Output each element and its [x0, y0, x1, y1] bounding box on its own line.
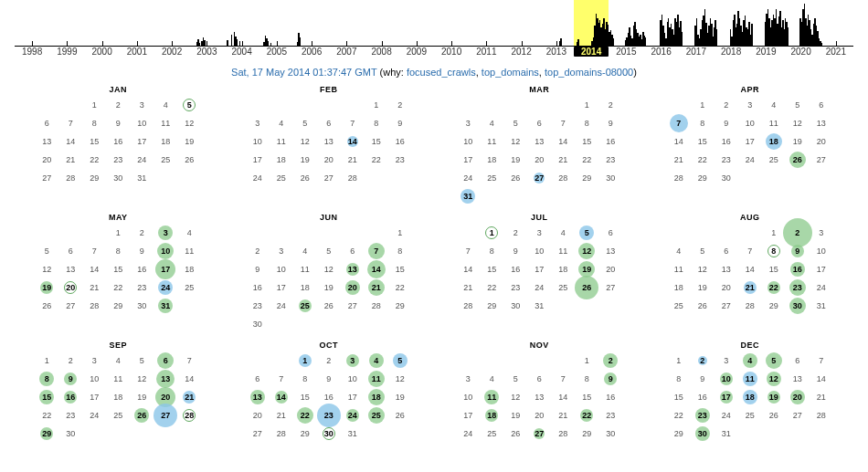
- calendar-day[interactable]: 11: [738, 370, 762, 388]
- year-tick[interactable]: 1998: [15, 47, 49, 57]
- calendar-day[interactable]: 20: [786, 388, 810, 406]
- calendar-day[interactable]: 1: [293, 351, 317, 370]
- calendar-day[interactable]: 7: [667, 114, 691, 132]
- calendar-day[interactable]: 24: [153, 278, 177, 297]
- calendar-day[interactable]: 21: [365, 278, 388, 297]
- calendar-day[interactable]: 25: [365, 406, 388, 425]
- calendar-day[interactable]: 31: [456, 187, 480, 205]
- year-tick[interactable]: 2021: [819, 47, 853, 57]
- calendar-day[interactable]: 23: [317, 406, 341, 425]
- year-tick[interactable]: 2017: [679, 47, 714, 57]
- calendar-day[interactable]: 11: [480, 388, 503, 406]
- calendar-day[interactable]: 5: [575, 224, 598, 242]
- year-tick[interactable]: 2001: [120, 47, 154, 57]
- calendar-day[interactable]: 22: [293, 406, 317, 425]
- year-tick[interactable]: 2007: [329, 47, 364, 57]
- calendar-day[interactable]: 17: [153, 260, 177, 278]
- why-link[interactable]: focused_crawls: [407, 67, 476, 78]
- snapshot-timestamp-link[interactable]: Sat, 17 May 2014 01:37:47 GMT: [231, 67, 376, 78]
- calendar-day[interactable]: 12: [762, 370, 786, 388]
- calendar-day[interactable]: 9: [598, 370, 622, 388]
- calendar-day[interactable]: 5: [388, 351, 412, 370]
- calendar-day[interactable]: 30: [691, 425, 715, 443]
- capture-sparkline[interactable]: [15, 0, 853, 47]
- why-link[interactable]: top_domains-08000: [545, 67, 633, 78]
- calendar-day[interactable]: 2: [786, 224, 810, 242]
- calendar-day[interactable]: 31: [153, 297, 177, 315]
- year-tick[interactable]: 2020: [784, 47, 819, 57]
- year-tick[interactable]: 2008: [365, 47, 399, 57]
- calendar-day[interactable]: 12: [575, 242, 598, 260]
- calendar-day[interactable]: 18: [480, 406, 503, 425]
- calendar-day[interactable]: 10: [153, 242, 177, 260]
- calendar-day[interactable]: 26: [130, 406, 153, 425]
- calendar-day[interactable]: 11: [365, 370, 388, 388]
- why-link[interactable]: top_domains: [482, 67, 539, 78]
- calendar-day[interactable]: 8: [762, 242, 786, 260]
- year-tick[interactable]: 1999: [49, 47, 84, 57]
- calendar-day[interactable]: 18: [365, 388, 388, 406]
- year-tick[interactable]: 2005: [259, 47, 294, 57]
- year-tick[interactable]: 2019: [748, 47, 783, 57]
- calendar-day[interactable]: 25: [293, 297, 317, 315]
- calendar-day[interactable]: 13: [341, 260, 365, 278]
- year-tick[interactable]: 2014: [574, 47, 609, 57]
- year-tick[interactable]: 2009: [399, 47, 434, 57]
- calendar-day[interactable]: 3: [341, 351, 365, 370]
- calendar-day[interactable]: 9: [786, 242, 810, 260]
- calendar-day[interactable]: 18: [738, 388, 762, 406]
- calendar-day[interactable]: 27: [527, 425, 551, 443]
- calendar-day[interactable]: 16: [786, 260, 810, 278]
- year-tick[interactable]: 2015: [609, 47, 643, 57]
- calendar-day[interactable]: 19: [35, 278, 58, 297]
- calendar-day[interactable]: 21: [177, 388, 201, 406]
- calendar-day[interactable]: 4: [365, 351, 388, 370]
- calendar-day[interactable]: 24: [341, 406, 365, 425]
- year-tick[interactable]: 2016: [644, 47, 679, 57]
- year-tick[interactable]: 2004: [225, 47, 259, 57]
- calendar-day[interactable]: 23: [786, 278, 810, 297]
- calendar-day[interactable]: 22: [575, 406, 598, 425]
- calendar-day[interactable]: 27: [527, 169, 551, 187]
- calendar-day[interactable]: 15: [35, 388, 58, 406]
- calendar-day[interactable]: 16: [58, 388, 82, 406]
- calendar-day[interactable]: 14: [365, 260, 388, 278]
- calendar-day[interactable]: 5: [762, 351, 786, 370]
- calendar-day[interactable]: 27: [153, 406, 177, 425]
- calendar-day[interactable]: 14: [341, 132, 365, 151]
- calendar-day[interactable]: 17: [715, 388, 738, 406]
- calendar-day[interactable]: 28: [177, 406, 201, 425]
- calendar-day[interactable]: 5: [177, 96, 201, 114]
- year-tick[interactable]: 2003: [189, 47, 224, 57]
- calendar-day[interactable]: 9: [58, 370, 82, 388]
- calendar-day[interactable]: 20: [58, 278, 82, 297]
- calendar-day[interactable]: 1: [480, 224, 503, 242]
- calendar-day[interactable]: 26: [786, 151, 810, 169]
- calendar-day[interactable]: 20: [341, 278, 365, 297]
- calendar-day[interactable]: 30: [786, 297, 810, 315]
- calendar-day[interactable]: 6: [153, 351, 177, 370]
- calendar-day[interactable]: 8: [35, 370, 58, 388]
- year-tick[interactable]: 2006: [294, 47, 329, 57]
- calendar-day[interactable]: 22: [762, 278, 786, 297]
- year-tick[interactable]: 2010: [434, 47, 469, 57]
- year-tick[interactable]: 2018: [714, 47, 748, 57]
- calendar-day[interactable]: 3: [153, 224, 177, 242]
- year-tick[interactable]: 2011: [469, 47, 503, 57]
- calendar-day[interactable]: 30: [317, 425, 341, 443]
- calendar-day[interactable]: 21: [738, 278, 762, 297]
- calendar-day[interactable]: 26: [575, 278, 598, 297]
- calendar-day[interactable]: 13: [153, 370, 177, 388]
- calendar-day[interactable]: 14: [270, 388, 293, 406]
- calendar-day[interactable]: 4: [738, 351, 762, 370]
- calendar-day[interactable]: 19: [762, 388, 786, 406]
- year-tick[interactable]: 2002: [154, 47, 189, 57]
- year-tick[interactable]: 2000: [85, 47, 120, 57]
- calendar-day[interactable]: 23: [691, 406, 715, 425]
- year-tick[interactable]: 2012: [504, 47, 539, 57]
- calendar-day[interactable]: 18: [762, 132, 786, 151]
- calendar-day[interactable]: 2: [598, 351, 622, 370]
- calendar-day[interactable]: 13: [246, 388, 270, 406]
- year-tick[interactable]: 2013: [539, 47, 574, 57]
- calendar-day[interactable]: 29: [35, 425, 58, 443]
